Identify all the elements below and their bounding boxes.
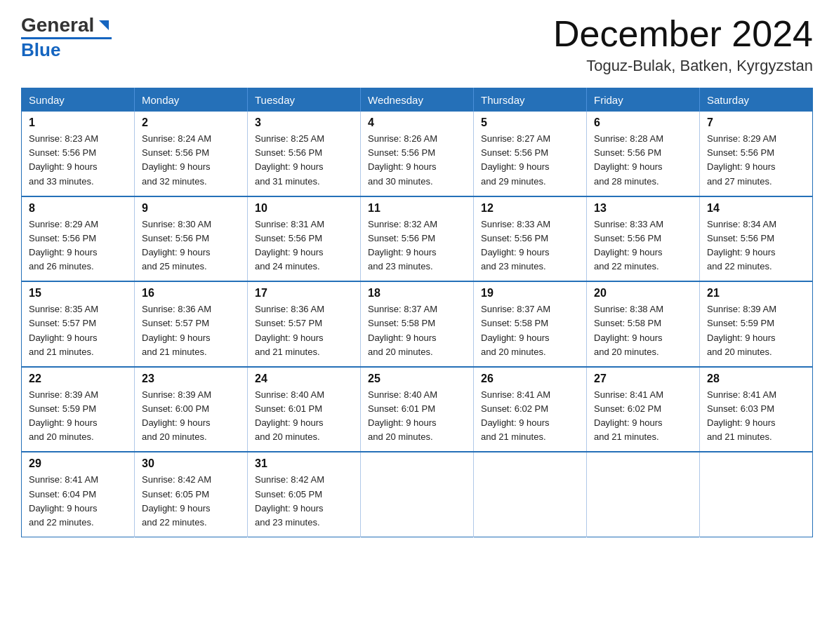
calendar-day-cell: 15 Sunrise: 8:35 AMSunset: 5:57 PMDaylig… bbox=[22, 281, 135, 367]
calendar-day-cell bbox=[700, 452, 813, 537]
day-info: Sunrise: 8:27 AMSunset: 5:56 PMDaylight:… bbox=[481, 133, 550, 186]
calendar-day-cell: 5 Sunrise: 8:27 AMSunset: 5:56 PMDayligh… bbox=[474, 112, 587, 196]
day-info: Sunrise: 8:40 AMSunset: 6:01 PMDaylight:… bbox=[368, 389, 437, 442]
calendar-day-cell: 10 Sunrise: 8:31 AMSunset: 5:56 PMDaylig… bbox=[248, 196, 361, 282]
day-info: Sunrise: 8:33 AMSunset: 5:56 PMDaylight:… bbox=[481, 219, 550, 271]
calendar-week-row: 29 Sunrise: 8:41 AMSunset: 6:04 PMDaylig… bbox=[22, 452, 813, 537]
day-info: Sunrise: 8:41 AMSunset: 6:02 PMDaylight:… bbox=[594, 389, 663, 442]
day-number: 19 bbox=[481, 287, 579, 300]
day-info: Sunrise: 8:40 AMSunset: 6:01 PMDaylight:… bbox=[255, 389, 324, 442]
calendar-day-cell: 19 Sunrise: 8:37 AMSunset: 5:58 PMDaylig… bbox=[474, 281, 587, 367]
day-number: 28 bbox=[707, 373, 805, 385]
calendar-week-row: 8 Sunrise: 8:29 AMSunset: 5:56 PMDayligh… bbox=[22, 196, 813, 282]
calendar-day-cell: 29 Sunrise: 8:41 AMSunset: 6:04 PMDaylig… bbox=[22, 452, 135, 537]
day-number: 8 bbox=[29, 202, 127, 215]
day-info: Sunrise: 8:35 AMSunset: 5:57 PMDaylight:… bbox=[29, 304, 98, 356]
day-info: Sunrise: 8:26 AMSunset: 5:56 PMDaylight:… bbox=[368, 133, 437, 186]
day-number: 17 bbox=[255, 287, 353, 300]
day-number: 26 bbox=[481, 373, 579, 385]
day-info: Sunrise: 8:39 AMSunset: 5:59 PMDaylight:… bbox=[707, 304, 776, 356]
day-number: 2 bbox=[142, 116, 240, 129]
day-info: Sunrise: 8:30 AMSunset: 5:56 PMDaylight:… bbox=[142, 219, 211, 271]
calendar-table: SundayMondayTuesdayWednesdayThursdayFrid… bbox=[21, 88, 813, 537]
calendar-day-cell bbox=[474, 452, 587, 537]
day-info: Sunrise: 8:23 AMSunset: 5:56 PMDaylight:… bbox=[29, 133, 98, 186]
day-info: Sunrise: 8:38 AMSunset: 5:58 PMDaylight:… bbox=[594, 304, 663, 356]
title-block: December 2024 Toguz-Bulak, Batken, Kyrgy… bbox=[553, 14, 813, 75]
day-number: 14 bbox=[707, 202, 805, 215]
main-title: December 2024 bbox=[553, 14, 813, 54]
day-info: Sunrise: 8:37 AMSunset: 5:58 PMDaylight:… bbox=[368, 304, 437, 356]
calendar-week-row: 1 Sunrise: 8:23 AMSunset: 5:56 PMDayligh… bbox=[22, 112, 813, 196]
day-number: 7 bbox=[707, 116, 805, 129]
calendar-day-cell: 27 Sunrise: 8:41 AMSunset: 6:02 PMDaylig… bbox=[587, 367, 700, 452]
calendar-day-cell: 28 Sunrise: 8:41 AMSunset: 6:03 PMDaylig… bbox=[700, 367, 813, 452]
calendar-day-cell: 11 Sunrise: 8:32 AMSunset: 5:56 PMDaylig… bbox=[361, 196, 474, 282]
day-number: 9 bbox=[142, 202, 240, 215]
day-number: 30 bbox=[142, 457, 240, 470]
day-info: Sunrise: 8:31 AMSunset: 5:56 PMDaylight:… bbox=[255, 219, 324, 271]
svg-marker-0 bbox=[99, 20, 109, 30]
day-info: Sunrise: 8:29 AMSunset: 5:56 PMDaylight:… bbox=[29, 219, 98, 271]
calendar-day-cell: 20 Sunrise: 8:38 AMSunset: 5:58 PMDaylig… bbox=[587, 281, 700, 367]
day-number: 25 bbox=[368, 373, 466, 385]
day-number: 6 bbox=[594, 116, 692, 129]
day-number: 16 bbox=[142, 287, 240, 300]
calendar-day-header: Tuesday bbox=[248, 88, 361, 112]
logo-general-text: General bbox=[21, 14, 94, 36]
day-info: Sunrise: 8:41 AMSunset: 6:04 PMDaylight:… bbox=[29, 474, 98, 527]
calendar-day-cell: 31 Sunrise: 8:42 AMSunset: 6:05 PMDaylig… bbox=[248, 452, 361, 537]
day-number: 29 bbox=[29, 457, 127, 470]
day-info: Sunrise: 8:25 AMSunset: 5:56 PMDaylight:… bbox=[255, 133, 324, 186]
calendar-day-cell: 14 Sunrise: 8:34 AMSunset: 5:56 PMDaylig… bbox=[700, 196, 813, 282]
calendar-day-cell: 25 Sunrise: 8:40 AMSunset: 6:01 PMDaylig… bbox=[361, 367, 474, 452]
calendar-day-header: Friday bbox=[587, 88, 700, 112]
logo: General Blue bbox=[21, 14, 112, 61]
calendar-day-cell: 3 Sunrise: 8:25 AMSunset: 5:56 PMDayligh… bbox=[248, 112, 361, 196]
day-info: Sunrise: 8:42 AMSunset: 6:05 PMDaylight:… bbox=[142, 474, 211, 527]
calendar-day-cell: 2 Sunrise: 8:24 AMSunset: 5:56 PMDayligh… bbox=[135, 112, 248, 196]
day-info: Sunrise: 8:29 AMSunset: 5:56 PMDaylight:… bbox=[707, 133, 776, 186]
calendar-day-cell: 12 Sunrise: 8:33 AMSunset: 5:56 PMDaylig… bbox=[474, 196, 587, 282]
calendar-day-cell: 7 Sunrise: 8:29 AMSunset: 5:56 PMDayligh… bbox=[700, 112, 813, 196]
day-number: 3 bbox=[255, 116, 353, 129]
calendar-day-cell: 16 Sunrise: 8:36 AMSunset: 5:57 PMDaylig… bbox=[135, 281, 248, 367]
calendar-day-header: Monday bbox=[135, 88, 248, 112]
day-number: 20 bbox=[594, 287, 692, 300]
day-info: Sunrise: 8:24 AMSunset: 5:56 PMDaylight:… bbox=[142, 133, 211, 186]
day-number: 18 bbox=[368, 287, 466, 300]
logo-arrow-icon bbox=[96, 18, 112, 36]
calendar-day-header: Wednesday bbox=[361, 88, 474, 112]
day-info: Sunrise: 8:42 AMSunset: 6:05 PMDaylight:… bbox=[255, 474, 324, 527]
day-number: 1 bbox=[29, 116, 127, 129]
calendar-week-row: 22 Sunrise: 8:39 AMSunset: 5:59 PMDaylig… bbox=[22, 367, 813, 452]
day-info: Sunrise: 8:37 AMSunset: 5:58 PMDaylight:… bbox=[481, 304, 550, 356]
day-info: Sunrise: 8:39 AMSunset: 6:00 PMDaylight:… bbox=[142, 389, 211, 442]
calendar-day-cell: 6 Sunrise: 8:28 AMSunset: 5:56 PMDayligh… bbox=[587, 112, 700, 196]
calendar-day-cell: 4 Sunrise: 8:26 AMSunset: 5:56 PMDayligh… bbox=[361, 112, 474, 196]
day-info: Sunrise: 8:28 AMSunset: 5:56 PMDaylight:… bbox=[594, 133, 663, 186]
calendar-day-header: Saturday bbox=[700, 88, 813, 112]
day-number: 11 bbox=[368, 202, 466, 215]
calendar-week-row: 15 Sunrise: 8:35 AMSunset: 5:57 PMDaylig… bbox=[22, 281, 813, 367]
day-number: 23 bbox=[142, 373, 240, 385]
calendar-day-cell: 8 Sunrise: 8:29 AMSunset: 5:56 PMDayligh… bbox=[22, 196, 135, 282]
day-info: Sunrise: 8:34 AMSunset: 5:56 PMDaylight:… bbox=[707, 219, 776, 271]
calendar-day-cell: 9 Sunrise: 8:30 AMSunset: 5:56 PMDayligh… bbox=[135, 196, 248, 282]
day-number: 24 bbox=[255, 373, 353, 385]
day-number: 31 bbox=[255, 457, 353, 470]
day-info: Sunrise: 8:32 AMSunset: 5:56 PMDaylight:… bbox=[368, 219, 437, 271]
calendar-day-cell: 26 Sunrise: 8:41 AMSunset: 6:02 PMDaylig… bbox=[474, 367, 587, 452]
day-info: Sunrise: 8:41 AMSunset: 6:03 PMDaylight:… bbox=[707, 389, 776, 442]
day-info: Sunrise: 8:36 AMSunset: 5:57 PMDaylight:… bbox=[142, 304, 211, 356]
calendar-day-cell: 1 Sunrise: 8:23 AMSunset: 5:56 PMDayligh… bbox=[22, 112, 135, 196]
calendar-day-cell bbox=[361, 452, 474, 537]
calendar-header-row: SundayMondayTuesdayWednesdayThursdayFrid… bbox=[22, 88, 813, 112]
calendar-day-header: Thursday bbox=[474, 88, 587, 112]
day-number: 22 bbox=[29, 373, 127, 385]
calendar-day-cell: 30 Sunrise: 8:42 AMSunset: 6:05 PMDaylig… bbox=[135, 452, 248, 537]
day-number: 5 bbox=[481, 116, 579, 129]
day-number: 21 bbox=[707, 287, 805, 300]
calendar-day-cell: 21 Sunrise: 8:39 AMSunset: 5:59 PMDaylig… bbox=[700, 281, 813, 367]
logo-blue-text: Blue bbox=[21, 39, 112, 61]
